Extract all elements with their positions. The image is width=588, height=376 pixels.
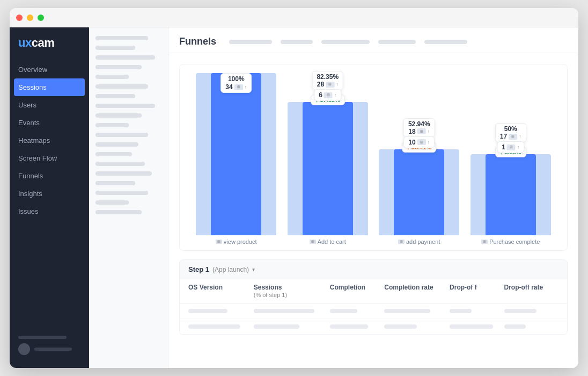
step3-label-text: add payment	[406, 238, 440, 245]
funnel-label-2: ⊞ Add to cart	[310, 238, 346, 245]
step2-main-count: 28 ⊞ ↑	[317, 81, 339, 88]
label-count-3: 10 ⊞ ↑	[403, 136, 435, 148]
step4-count-small: 1	[502, 143, 505, 151]
step2-label-text: Add to cart	[318, 238, 346, 245]
sidebar-item-heatmaps[interactable]: Heatmaps	[10, 132, 89, 149]
maximize-button[interactable]	[38, 15, 44, 21]
titlebar	[10, 8, 578, 27]
funnel-chart-container: 100% 34 ⊞ ↑	[179, 64, 568, 251]
col-os-version: OS Version	[188, 284, 254, 299]
funnel-bars-4: ↓ 5.56% 1 ⊞ ↑	[465, 73, 557, 235]
step1-count: 34	[225, 83, 232, 91]
funnel-group-4: ↓ 5.56% 1 ⊞ ↑	[465, 73, 557, 245]
cell-skeleton	[450, 309, 472, 313]
sidebar-user-bar	[34, 348, 72, 351]
logo-text: ux	[18, 36, 32, 49]
step4-main-icon: ⊞	[509, 134, 517, 140]
step3-main-icon: ⊞	[417, 128, 426, 134]
sidebar-bottom-bar	[18, 336, 67, 339]
step3-count-row: 10 ⊞ ↑	[408, 139, 430, 146]
filter-bar-15	[95, 171, 152, 176]
funnel-label-3: ⊞ add payment	[398, 238, 440, 245]
header-bar-1	[229, 40, 272, 44]
filter-panel	[89, 27, 168, 368]
col-drop-off-rate: Drop-off rate	[504, 284, 558, 299]
filter-bar-11	[95, 133, 148, 137]
funnel-group-2: ↓ 17.65% 6 ⊞ ↑	[282, 73, 374, 245]
cell-skeleton	[188, 324, 240, 329]
logo: uxcam	[10, 36, 89, 61]
step4-up: ↑	[517, 144, 520, 150]
col-sessions-sub: (% of step 1)	[254, 292, 287, 298]
app-body: uxcam Overview Sessions Users Events Hea…	[10, 27, 578, 368]
filter-bar-18	[95, 200, 129, 205]
filter-bar-16	[95, 181, 135, 185]
funnel-label-4: ⊞ Purchase complete	[481, 238, 540, 245]
step3-pct: 52.94%	[408, 120, 430, 128]
filter-bar-7	[95, 94, 135, 98]
funnel-chart: 100% 34 ⊞ ↑	[190, 73, 556, 245]
col-sessions: Sessions (% of step 1)	[254, 284, 330, 299]
col-drop-off: Drop-of f	[450, 284, 504, 299]
step1-pct: 100%	[228, 75, 245, 83]
step-section: Step 1 (App launch) ▾ OS Version Session…	[179, 259, 568, 335]
sidebar-item-insights[interactable]: Insights	[10, 185, 89, 203]
cell-skeleton	[254, 324, 299, 329]
step2-label-icon: ⊞	[310, 240, 316, 244]
step4-count-val: 17	[500, 133, 507, 140]
funnel-label-1: ⊞ view product	[216, 238, 257, 245]
cell-skeleton	[188, 309, 227, 313]
header-bar-2	[281, 40, 313, 44]
sidebar-item-events[interactable]: Events	[10, 114, 89, 132]
cell-skeleton	[504, 324, 526, 329]
step1-label-icon: ⊞	[216, 240, 222, 244]
step4-count-row: 1 ⊞ ↑	[502, 143, 519, 151]
sidebar-item-funnels[interactable]: Funnels	[10, 167, 89, 185]
filter-bar-3	[95, 55, 155, 60]
filter-bar-14	[95, 162, 145, 166]
filter-bar-2	[95, 46, 135, 50]
sidebar-item-screen-flow[interactable]: Screen Flow	[10, 149, 89, 167]
step4-label-icon: ⊞	[481, 240, 488, 244]
avatar	[18, 343, 30, 355]
filter-bar-8	[95, 104, 155, 108]
step2-main-icon: ⊞	[326, 82, 334, 88]
step3-main-up: ↑	[428, 129, 430, 134]
step4-pct: 50%	[504, 125, 517, 133]
page-title: Funnels	[179, 36, 216, 47]
step3-count-val: 18	[408, 128, 415, 135]
cell-skeleton	[384, 309, 430, 313]
step-header-label: Step 1	[188, 265, 209, 273]
chevron-down-icon[interactable]: ▾	[252, 266, 255, 272]
step2-up: ↑	[334, 92, 337, 98]
step4-main-up: ↑	[519, 134, 521, 139]
main-scroll[interactable]: 100% 34 ⊞ ↑	[168, 53, 578, 368]
close-button[interactable]	[16, 15, 23, 21]
filter-bar-13	[95, 152, 132, 156]
filter-bar-17	[95, 191, 148, 195]
step3-icon: ⊞	[417, 139, 426, 145]
step-header: Step 1 (App launch) ▾	[180, 260, 567, 279]
header-bar-5	[424, 40, 467, 44]
filter-bar-12	[95, 142, 138, 147]
step2-icon: ⊞	[324, 92, 333, 98]
filter-bar-19	[95, 210, 142, 214]
cell-skeleton	[450, 324, 493, 329]
sidebar-item-overview[interactable]: Overview	[10, 61, 89, 78]
step1-label-text: view product	[224, 238, 257, 245]
sidebar-item-users[interactable]: Users	[10, 96, 89, 114]
funnel-bars-1: 100% 34 ⊞ ↑	[190, 73, 282, 235]
step4-main-count: 17 ⊞ ↑	[500, 133, 521, 140]
cell-skeleton	[384, 324, 417, 329]
filter-bar-6	[95, 84, 148, 89]
sidebar-item-sessions[interactable]: Sessions	[14, 78, 85, 96]
step4-main-label: 50% 17 ⊞ ↑	[495, 123, 526, 142]
step2-main-up: ↑	[336, 82, 339, 87]
col-completion: Completion	[330, 284, 384, 299]
sidebar-item-issues[interactable]: Issues	[10, 203, 89, 220]
cell-skeleton	[330, 324, 368, 329]
minimize-button[interactable]	[27, 15, 33, 21]
app-window: uxcam Overview Sessions Users Events Hea…	[10, 8, 578, 368]
step1-icon: ⊞	[234, 84, 243, 90]
table-header: OS Version Sessions (% of step 1) Comple…	[180, 279, 567, 303]
